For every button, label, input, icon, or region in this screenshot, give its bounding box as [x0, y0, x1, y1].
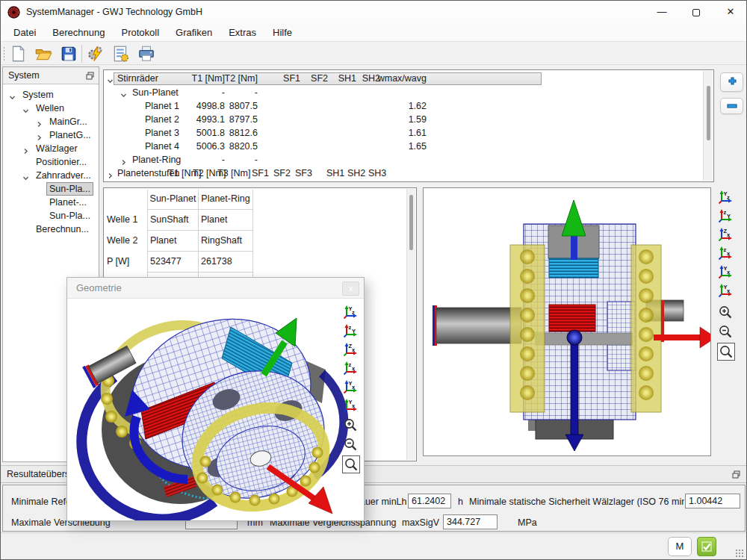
table-row-sun-planet[interactable]: Sun-Planet--: [104, 86, 713, 99]
stage-gridline: [147, 209, 253, 210]
table-cell: 1.65: [377, 140, 427, 153]
tree-item-label: Zahnradver...: [36, 169, 91, 182]
chevron-right-icon[interactable]: [36, 121, 43, 128]
view-yz-icon: Y z: [717, 189, 734, 205]
view-yx-button[interactable]: Y x: [342, 397, 360, 415]
report-document-icon: [111, 44, 131, 63]
table-row-planet-2[interactable]: Planet 24993.18797.51.59: [104, 113, 713, 126]
tree-item-berechnun[interactable]: Berechnun...: [3, 223, 99, 236]
table-row-planet-4[interactable]: Planet 45006.38820.51.65: [104, 140, 713, 153]
svg-text:x: x: [352, 384, 356, 391]
stage-scrollbar[interactable]: [406, 189, 415, 460]
chevron-right-icon[interactable]: [107, 172, 114, 179]
view-yx-icon: Y x: [717, 282, 734, 299]
chevron-right-icon[interactable]: [36, 134, 43, 141]
stage-col-header: Planet-Ring: [199, 192, 252, 205]
view-yz-button[interactable]: Y z: [717, 189, 735, 207]
tree-item-w-lzlager[interactable]: Wälzlager: [3, 142, 99, 155]
chevron-down-icon[interactable]: [22, 108, 29, 114]
menu-item-hilfe[interactable]: Hilfe: [264, 25, 300, 40]
view-yz-button[interactable]: Y z: [342, 304, 360, 322]
view-zy-button[interactable]: z Y: [342, 323, 360, 340]
maximize-button[interactable]: [679, 1, 713, 23]
view-yx-button[interactable]: Y x: [717, 282, 735, 300]
stage-row-label: P [W]: [107, 255, 129, 268]
stage-gridline: [147, 230, 253, 231]
print-button[interactable]: [137, 44, 156, 63]
gearbox-iso-view[interactable]: [68, 299, 364, 520]
svg-text:x: x: [727, 287, 731, 294]
menu-item-datei[interactable]: Datei: [5, 25, 44, 40]
resize-grip[interactable]: [735, 549, 744, 558]
view-xy-icon: Y x: [342, 379, 359, 395]
tree-item-sun-pla[interactable]: Sun-Pla...: [3, 209, 99, 223]
tree-item-wellen[interactable]: Wellen: [3, 102, 99, 115]
chevron-down-icon[interactable]: [120, 92, 127, 99]
tree-item-planet[interactable]: Planet-...: [3, 196, 99, 209]
view-xy-button[interactable]: Y x: [717, 264, 735, 281]
open-file-button[interactable]: [34, 44, 53, 63]
view-zx-icon: Z x: [717, 226, 734, 243]
geometrie-title-bar[interactable]: Geometrie x: [67, 278, 364, 299]
float-panel-icon[interactable]: [86, 72, 94, 80]
chevron-right-icon[interactable]: [22, 148, 29, 155]
table-row-planet-3[interactable]: Planet 35001.88812.61.61: [104, 126, 713, 140]
m-button[interactable]: M: [668, 537, 692, 556]
tree-item-positionier[interactable]: Positionier...: [3, 155, 99, 169]
status-bar: M: [1, 532, 746, 560]
zoom-in-button[interactable]: [717, 304, 735, 322]
run-calculation-button[interactable]: [86, 44, 105, 63]
min-static-safety-value[interactable]: 1.00442: [685, 494, 740, 508]
table-row-planet-1[interactable]: Planet 14998.88807.51.62: [104, 99, 713, 113]
tree-item-sun-pla[interactable]: Sun-Pla...: [3, 182, 99, 196]
float-panel-icon[interactable]: [732, 470, 740, 479]
tree-item-zahnradver[interactable]: Zahnradver...: [3, 169, 99, 182]
table-row-planet-ring[interactable]: Planet-Ring--: [104, 153, 713, 167]
menu-item-berechnung[interactable]: Berechnung: [44, 25, 113, 40]
save-file-button[interactable]: [59, 44, 78, 63]
zoom-out-button[interactable]: [717, 323, 735, 341]
table-cell: 8812.6: [213, 126, 258, 140]
menu-item-protokoll[interactable]: Protokoll: [113, 25, 167, 40]
view-zx-button[interactable]: Z x: [342, 341, 360, 359]
toolbar-grip[interactable]: [3, 46, 5, 61]
chevron-right-icon[interactable]: [120, 159, 127, 166]
view-zy-button[interactable]: z Y: [717, 208, 735, 225]
result-label-min-static-safety: Minimale statische Sicherheit Wälzlager …: [469, 496, 669, 508]
svg-text:Y: Y: [352, 328, 356, 335]
menu-item-grafiken[interactable]: Grafiken: [167, 25, 220, 40]
chevron-down-icon[interactable]: [107, 78, 114, 84]
status-ok-button[interactable]: [697, 537, 716, 556]
svg-text:Y: Y: [727, 213, 731, 220]
table-row-planetenstufen[interactable]: PlanetenstufenT1 [Nm]T2 [Nm]T3 [Nm]SF1SF…: [104, 167, 713, 180]
gear-table-header-row[interactable]: StirnräderT1 [Nm]T2 [Nm]SF1SF2SH1SH2wmax…: [104, 72, 713, 85]
min-lifetime-value[interactable]: 61.2402: [408, 494, 451, 508]
view-xy-button[interactable]: Y x: [342, 379, 360, 396]
zoom-fit-button[interactable]: [717, 343, 735, 361]
chevron-down-icon[interactable]: [22, 175, 29, 181]
zoom-fit-button[interactable]: [342, 455, 360, 473]
tree-item-system[interactable]: System: [3, 88, 99, 102]
minimize-button[interactable]: —: [645, 1, 679, 23]
zoom-in-button[interactable]: [342, 417, 360, 435]
planetenstufen-col-header: SF3: [295, 167, 312, 180]
view-xy-icon: Y x: [717, 264, 734, 280]
view-yx-icon: Y x: [342, 397, 359, 414]
table-cell: wmax/wavg: [377, 72, 427, 85]
view-toolbar-geometrie: Y z z Y Z x z x Y x Y x: [341, 278, 363, 522]
planetenstufen-col-header: SF1: [252, 167, 269, 180]
report-button[interactable]: [111, 44, 131, 63]
view-zx-button[interactable]: Z x: [717, 226, 735, 244]
window-title: SystemManager - GWJ Technology GmbH: [26, 1, 202, 23]
zoom-out-button[interactable]: [342, 436, 360, 454]
main-3d-view[interactable]: [423, 187, 711, 456]
stage-scrollbar-thumb[interactable]: [409, 195, 413, 250]
tree-item-maingr[interactable]: MainGr...: [3, 115, 99, 128]
max-stress-value[interactable]: 344.727: [443, 514, 498, 529]
chevron-down-icon[interactable]: [9, 94, 16, 101]
tree-item-planetg[interactable]: PlanetG...: [3, 128, 99, 142]
view-xz-button[interactable]: z x: [342, 360, 360, 378]
new-document-button[interactable]: [8, 44, 28, 63]
menu-item-extras[interactable]: Extras: [220, 25, 264, 40]
view-xz-button[interactable]: z x: [717, 245, 735, 263]
